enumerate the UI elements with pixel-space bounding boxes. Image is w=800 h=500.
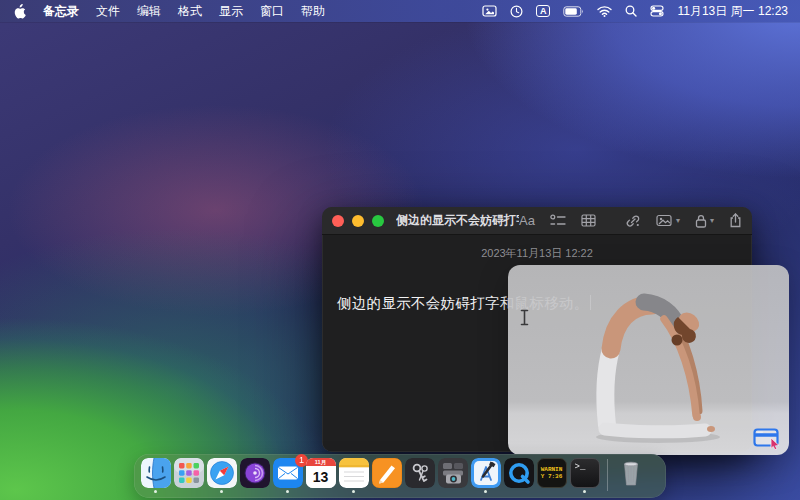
dock-divider <box>607 459 608 491</box>
minimize-button[interactable] <box>352 215 364 227</box>
menu-bar: 备忘录 文件 编辑 格式 显示 窗口 帮助 A <box>0 0 800 22</box>
tor-browser-icon <box>240 458 270 488</box>
dock-launchpad[interactable] <box>173 458 204 493</box>
battery-icon[interactable] <box>563 6 584 17</box>
dock-notes[interactable] <box>338 458 369 493</box>
chevron-down-icon: ▾ <box>710 216 714 225</box>
dock-quicktime-player[interactable] <box>503 458 534 493</box>
status-app-icon: WARNIN Y 7:36 <box>537 458 567 488</box>
media-button[interactable]: ▾ <box>656 214 680 227</box>
i-beam-cursor <box>520 309 529 326</box>
dock-keychain-access[interactable] <box>404 458 435 493</box>
dock-tor-browser[interactable] <box>239 458 270 493</box>
terminal-icon: >_ <box>570 458 600 488</box>
checklist-button[interactable] <box>550 214 566 227</box>
dock-mail[interactable]: 1 <box>272 458 303 493</box>
keychain-access-icon <box>405 458 435 488</box>
format-button[interactable]: Aa <box>519 213 535 228</box>
control-center-icon[interactable] <box>650 5 664 17</box>
screen-mirroring-icon[interactable] <box>482 5 497 17</box>
lock-button[interactable]: ▾ <box>695 214 714 228</box>
menu-format[interactable]: 格式 <box>178 3 202 20</box>
input-source-icon[interactable]: A <box>536 5 551 17</box>
launchpad-icon <box>174 458 204 488</box>
dock-pages[interactable] <box>371 458 402 493</box>
traffic-lights <box>332 215 384 227</box>
dock-camera-utility[interactable] <box>437 458 468 493</box>
notes-icon <box>339 458 369 488</box>
menu-help[interactable]: 帮助 <box>301 3 325 20</box>
dock-calendar[interactable]: 11月 13 <box>305 458 336 493</box>
table-button[interactable] <box>581 214 596 227</box>
dock-xcode[interactable] <box>470 458 501 493</box>
close-button[interactable] <box>332 215 344 227</box>
wifi-icon[interactable] <box>597 6 612 17</box>
menu-app-name[interactable]: 备忘录 <box>43 3 79 20</box>
dock: 1 11月 13 <box>134 454 666 498</box>
spotlight-icon[interactable] <box>625 5 637 17</box>
pages-icon <box>372 458 402 488</box>
note-timestamp: 2023年11月13日 12:22 <box>337 246 737 261</box>
xcode-icon <box>471 458 501 488</box>
yoga-pose-image <box>508 265 789 455</box>
calendar-icon: 11月 13 <box>306 458 336 488</box>
apple-menu[interactable] <box>13 4 26 19</box>
menu-view[interactable]: 显示 <box>219 3 243 20</box>
window-titlebar[interactable]: 侧边的显示不会妨碍打字和鼠标... Aa ▾ ▾ <box>322 207 752 235</box>
dock-terminal[interactable]: >_ <box>569 458 600 493</box>
menu-edit[interactable]: 编辑 <box>137 3 161 20</box>
finder-icon <box>141 458 171 488</box>
window-title: 侧边的显示不会妨碍打字和鼠标... <box>396 212 519 229</box>
menu-bar-clock[interactable]: 11月13日 周一 12:23 <box>677 3 788 20</box>
dock-status-app[interactable]: WARNIN Y 7:36 <box>536 458 567 493</box>
dock-finder[interactable] <box>140 458 171 493</box>
chevron-down-icon: ▾ <box>676 216 680 225</box>
safari-icon <box>207 458 237 488</box>
clock-icon[interactable] <box>510 5 523 18</box>
apple-icon <box>13 4 26 19</box>
menu-window[interactable]: 窗口 <box>260 3 284 20</box>
menu-file[interactable]: 文件 <box>96 3 120 20</box>
camera-utility-icon <box>438 458 468 488</box>
share-button[interactable] <box>729 213 742 228</box>
floating-image-panel[interactable] <box>508 265 789 455</box>
dock-trash[interactable] <box>615 458 646 493</box>
quicktime-player-icon <box>504 458 534 488</box>
desktop: 备忘录 文件 编辑 格式 显示 窗口 帮助 A <box>0 0 800 500</box>
zoom-button[interactable] <box>372 215 384 227</box>
link-button[interactable] <box>625 214 641 228</box>
dock-safari[interactable] <box>206 458 237 493</box>
trash-icon <box>616 458 646 488</box>
bring-to-front-indicator[interactable] <box>753 428 781 450</box>
